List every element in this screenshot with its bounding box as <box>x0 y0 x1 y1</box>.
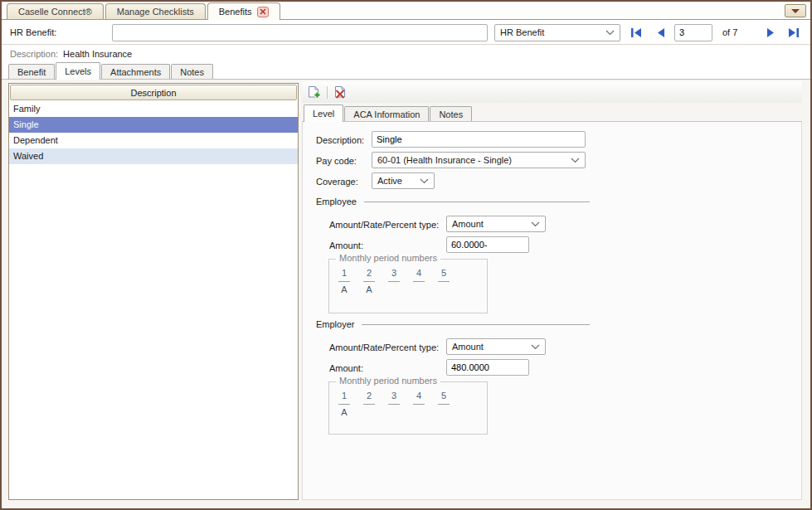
next-record-button[interactable] <box>764 26 777 39</box>
tab-label: Benefits <box>219 7 252 17</box>
employer-monthly-legend: Monthly period numbers <box>336 376 440 386</box>
app-window: Caselle Connect® Manage Checklists Benef… <box>0 0 812 510</box>
tab-label: Caselle Connect® <box>18 7 92 17</box>
list-item-waived[interactable]: Waived <box>9 148 298 164</box>
tab-manage-checklists[interactable]: Manage Checklists <box>105 3 206 19</box>
detail-tabs: Level ACA Information Notes <box>302 104 802 122</box>
list-item-dependent[interactable]: Dependent <box>9 133 298 148</box>
level-description-label: Description: <box>316 132 364 148</box>
tab-label: Manage Checklists <box>117 7 194 17</box>
coverage-select[interactable]: Active <box>372 172 435 189</box>
record-number-input[interactable] <box>674 24 712 41</box>
period-value <box>362 407 376 418</box>
detail-tab-notes[interactable]: Notes <box>430 106 472 121</box>
employee-amount-label: Amount: <box>329 237 363 254</box>
employee-monthly-legend: Monthly period numbers <box>336 253 440 263</box>
levels-list: Description Family Single Dependent Waiv… <box>8 83 299 500</box>
list-column-header[interactable]: Description <box>10 85 297 100</box>
period-value <box>387 407 401 418</box>
chevron-down-icon <box>420 178 429 184</box>
period-column: 4 <box>412 268 425 295</box>
employee-type-select[interactable]: Amount <box>446 216 546 232</box>
employer-group-heading: Employer <box>316 319 590 329</box>
record-count-label: of 7 <box>722 27 737 37</box>
period-value <box>412 407 425 418</box>
subtab-attachments[interactable]: Attachments <box>101 64 170 79</box>
chevron-down-icon <box>571 158 580 163</box>
period-column: 1 A <box>338 391 351 418</box>
employer-monthly-periods: Monthly period numbers 1 A 2 3 <box>328 381 488 435</box>
period-column: 2 A <box>362 268 376 295</box>
chevron-down-icon <box>605 30 615 36</box>
document-tabstrip: Caselle Connect® Manage Checklists Benef… <box>2 2 810 20</box>
toolbar-separator <box>327 86 328 99</box>
tab-caselle-connect[interactable]: Caselle Connect® <box>7 3 104 19</box>
employer-type-select[interactable]: Amount <box>446 338 546 355</box>
employer-amount-input[interactable] <box>446 359 529 376</box>
employee-type-label: Amount/Rate/Percent type: <box>329 216 439 233</box>
description-label: Description: <box>10 49 58 59</box>
detail-toolbar <box>302 81 802 103</box>
chevron-down-icon <box>531 221 540 227</box>
search-input[interactable] <box>112 24 488 41</box>
close-icon[interactable] <box>257 7 269 17</box>
period-column: 5 <box>437 268 450 295</box>
employee-amount-input[interactable] <box>446 236 529 253</box>
employee-monthly-periods: Monthly period numbers 1 A 2 A 3 <box>328 259 488 313</box>
employee-group-heading: Employee <box>316 197 590 206</box>
chevron-down-icon <box>531 344 540 350</box>
employer-type-label: Amount/Rate/Percent type: <box>329 339 439 356</box>
search-field-selector[interactable]: HR Benefit <box>494 24 620 41</box>
tab-list-dropdown-icon[interactable] <box>785 4 806 17</box>
period-column: 2 <box>362 391 376 418</box>
level-description-input[interactable] <box>372 131 586 148</box>
first-record-button[interactable] <box>630 26 643 39</box>
delete-record-icon[interactable] <box>332 84 348 100</box>
period-value <box>437 284 450 295</box>
main-area: Description Family Single Dependent Waiv… <box>2 80 810 508</box>
previous-record-button[interactable] <box>654 26 668 39</box>
detail-tab-level[interactable]: Level <box>304 104 343 122</box>
period-value <box>412 284 425 295</box>
period-column: 4 <box>412 391 425 418</box>
pay-code-select[interactable]: 60-01 (Health Insurance - Single) <box>372 152 586 168</box>
pay-code-label: Pay code: <box>316 153 357 169</box>
period-column: 5 <box>437 391 450 418</box>
coverage-label: Coverage: <box>316 173 358 190</box>
period-value <box>387 284 401 295</box>
record-toolbar: HR Benefit: HR Benefit of 7 <box>2 21 810 45</box>
hr-benefit-label: HR Benefit: <box>10 27 112 37</box>
tab-benefits[interactable]: Benefits <box>207 2 280 20</box>
last-record-button[interactable] <box>787 26 800 39</box>
employer-amount-label: Amount: <box>329 360 363 376</box>
description-value: Health Insurance <box>63 49 132 59</box>
benefit-subtabs: Benefit Levels Attachments Notes <box>2 62 810 80</box>
subtab-notes[interactable]: Notes <box>171 64 213 79</box>
list-item-family[interactable]: Family <box>9 101 298 117</box>
add-record-icon[interactable] <box>306 84 323 100</box>
level-detail-panel: Level ACA Information Notes Description:… <box>302 81 802 500</box>
level-form: Description: Pay code: 60-01 (Health Ins… <box>302 122 802 500</box>
selector-value: HR Benefit <box>500 27 544 37</box>
period-value: A <box>338 407 351 418</box>
period-column: 3 <box>387 268 401 295</box>
subtab-benefit[interactable]: Benefit <box>8 64 55 79</box>
period-value: A <box>362 284 376 295</box>
period-column: 3 <box>387 391 401 418</box>
list-item-single[interactable]: Single <box>9 117 298 133</box>
period-column: 1 A <box>338 268 351 295</box>
period-value <box>437 407 450 418</box>
record-description-line: Description: Health Insurance <box>2 46 810 62</box>
subtab-levels[interactable]: Levels <box>56 62 100 80</box>
detail-tab-aca-information[interactable]: ACA Information <box>344 106 429 121</box>
period-value: A <box>338 284 351 295</box>
